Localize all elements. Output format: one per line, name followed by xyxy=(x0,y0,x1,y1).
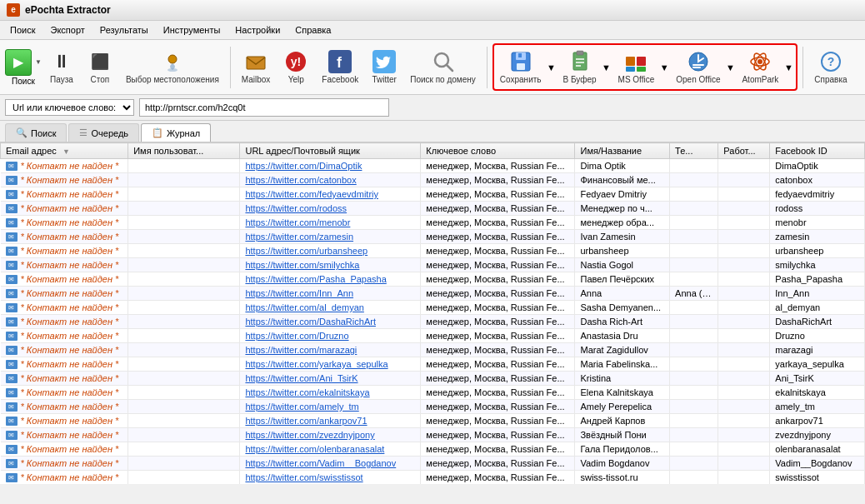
cell-url[interactable]: https://twitter.com/swisstissot xyxy=(240,471,421,485)
cell-url[interactable]: https://twitter.com/urbansheep xyxy=(240,244,421,258)
col-header-url[interactable]: URL адрес/Почтовый ящик xyxy=(240,143,421,159)
openoffice-button[interactable]: Open Office xyxy=(672,47,724,87)
cell-url[interactable]: https://twitter.com/menobr xyxy=(240,216,421,230)
help-button[interactable]: ? Справка xyxy=(808,47,852,87)
cell-url[interactable]: https://twitter.com/yarkaya_sepulka xyxy=(240,357,421,372)
url-link[interactable]: https://twitter.com/DimaOptik xyxy=(245,161,362,171)
msoffice-dropdown-arrow[interactable]: ▼ xyxy=(658,52,670,83)
url-link[interactable]: https://twitter.com/ekalnitskaya xyxy=(245,387,369,397)
col-header-fbid[interactable]: Facebook ID xyxy=(770,143,865,159)
url-link[interactable]: https://twitter.com/menobr xyxy=(245,217,350,227)
cell-url[interactable]: https://twitter.com/catonbox xyxy=(240,173,421,187)
cell-email: ✉* Контакт не найден * xyxy=(1,187,128,202)
save-dropdown-arrow[interactable]: ▼ xyxy=(546,52,558,83)
url-link[interactable]: https://twitter.com/zamesin xyxy=(245,232,353,242)
url-link[interactable]: https://twitter.com/Pasha_Papasha xyxy=(245,274,386,284)
menu-results[interactable]: Результаты xyxy=(93,22,155,37)
atompark-dropdown-arrow[interactable]: ▼ xyxy=(782,52,794,83)
stop-button[interactable]: ⬛ Стоп xyxy=(82,47,118,87)
menu-tools[interactable]: Инструменты xyxy=(157,22,228,37)
cell-url[interactable]: https://twitter.com/DimaOptik xyxy=(240,159,421,173)
cell-url[interactable]: https://twitter.com/zamesin xyxy=(240,230,421,244)
col-header-keyword[interactable]: Ключевое слово xyxy=(421,143,575,159)
url-link[interactable]: https://twitter.com/Ani_TsirK xyxy=(245,373,358,383)
play-dropdown-arrow[interactable]: ▼ xyxy=(35,58,42,66)
cell-name: Андрей Карпов xyxy=(575,414,670,428)
cell-tel xyxy=(670,187,718,202)
pause-button[interactable]: ⏸ Пауза xyxy=(43,47,80,87)
cell-url[interactable]: https://twitter.com/DashaRichArt xyxy=(240,315,421,329)
tab-queue[interactable]: ☰ Очередь xyxy=(68,123,139,142)
save-button[interactable]: Сохранить xyxy=(496,47,546,87)
yelp-button[interactable]: y! Yelp xyxy=(278,47,314,87)
url-link[interactable]: https://twitter.com/ankarpov71 xyxy=(245,416,367,426)
cell-keyword: менеджер, Москва, Russian Fe... xyxy=(421,173,575,187)
url-link[interactable]: https://twitter.com/catonbox xyxy=(245,175,356,185)
cell-keyword: менеджер, Москва, Russian Fe... xyxy=(421,372,575,386)
mailbox-button[interactable]: Mailbox xyxy=(236,47,276,87)
url-link[interactable]: https://twitter.com/Vadim__Bogdanov xyxy=(245,458,396,468)
cell-url[interactable]: https://twitter.com/Ani_TsirK xyxy=(240,372,421,386)
menu-search[interactable]: Поиск xyxy=(3,22,42,37)
cell-url[interactable]: https://twitter.com/olenbaranasalat xyxy=(240,442,421,457)
col-header-work[interactable]: Работ... xyxy=(718,143,770,159)
url-link[interactable]: https://twitter.com/smilychka xyxy=(245,260,359,270)
url-link[interactable]: https://twitter.com/swisstissot xyxy=(245,472,362,482)
url-link[interactable]: https://twitter.com/fedyaevdmitriy xyxy=(245,189,378,199)
cell-url[interactable]: https://twitter.com/rodoss xyxy=(240,202,421,216)
cell-url[interactable]: https://twitter.com/ekalnitskaya xyxy=(240,386,421,400)
url-link[interactable]: https://twitter.com/urbansheep xyxy=(245,246,368,256)
cell-url[interactable]: https://twitter.com/amely_tm xyxy=(240,400,421,414)
twitter-button[interactable]: Twitter xyxy=(366,47,402,87)
cell-url[interactable]: https://twitter.com/Druzno xyxy=(240,329,421,343)
col-header-tel[interactable]: Те... xyxy=(670,143,718,159)
location-button[interactable]: Выбор местоположения xyxy=(120,47,225,87)
search-input[interactable] xyxy=(139,98,389,117)
menu-help[interactable]: Справка xyxy=(288,22,338,37)
tab-search[interactable]: 🔍 Поиск xyxy=(5,123,67,142)
cell-tel: Anna (… xyxy=(670,287,718,301)
buffer-icon xyxy=(568,50,592,75)
cell-name: Anna xyxy=(575,287,670,301)
url-link[interactable]: https://twitter.com/Inn_Ann xyxy=(245,288,353,298)
buffer-dropdown-arrow[interactable]: ▼ xyxy=(601,52,612,83)
play-button[interactable]: ▶ xyxy=(5,49,32,76)
domain-search-button[interactable]: Поиск по домену xyxy=(404,47,482,87)
cell-url[interactable]: https://twitter.com/ankarpov71 xyxy=(240,414,421,428)
url-link[interactable]: https://twitter.com/Druzno xyxy=(245,331,348,341)
cell-url[interactable]: https://twitter.com/fedyaevdmitriy xyxy=(240,187,421,202)
cell-work xyxy=(718,386,770,400)
url-link[interactable]: https://twitter.com/rodoss xyxy=(245,203,347,213)
url-link[interactable]: https://twitter.com/zvezdnyjpony xyxy=(245,430,374,440)
url-link[interactable]: https://twitter.com/amely_tm xyxy=(245,402,358,412)
atompark-button[interactable]: AtomPark xyxy=(738,47,782,87)
url-link[interactable]: https://twitter.com/olenbaranasalat xyxy=(245,444,384,454)
cell-name: Dasha Rich-Art xyxy=(575,315,670,329)
cell-url[interactable]: https://twitter.com/smilychka xyxy=(240,258,421,272)
cell-keyword: менеджер, Москва, Russian Fe... xyxy=(421,442,575,457)
menu-export[interactable]: Экспорт xyxy=(43,22,91,37)
menu-bar: Поиск Экспорт Результаты Инструменты Нас… xyxy=(0,21,865,40)
tab-journal[interactable]: 📋 Журнал xyxy=(141,123,211,142)
url-link[interactable]: https://twitter.com/al_demyan xyxy=(245,302,363,312)
col-header-name[interactable]: Имя/Название xyxy=(575,143,670,159)
cell-url[interactable]: https://twitter.com/Pasha_Papasha xyxy=(240,272,421,287)
cell-url[interactable]: https://twitter.com/al_demyan xyxy=(240,301,421,315)
openoffice-dropdown-arrow[interactable]: ▼ xyxy=(724,52,736,83)
buffer-button[interactable]: В Буфер xyxy=(559,47,601,87)
cell-url[interactable]: https://twitter.com/marazagi xyxy=(240,343,421,357)
email-icon: ✉ xyxy=(6,289,18,298)
url-link[interactable]: https://twitter.com/marazagi xyxy=(245,345,357,355)
facebook-button[interactable]: f Facebook xyxy=(316,47,364,87)
cell-url[interactable]: https://twitter.com/zvezdnyjpony xyxy=(240,428,421,442)
cell-url[interactable]: https://twitter.com/Inn_Ann xyxy=(240,287,421,301)
msoffice-button[interactable]: MS Office xyxy=(614,47,659,87)
search-type-select[interactable]: Url или ключевое слово: xyxy=(5,99,134,116)
email-icon: ✉ xyxy=(6,247,18,256)
url-link[interactable]: https://twitter.com/yarkaya_sepulka xyxy=(245,359,388,369)
col-header-username[interactable]: Имя пользоват... xyxy=(128,143,240,159)
cell-url[interactable]: https://twitter.com/Vadim__Bogdanov xyxy=(240,457,421,471)
url-link[interactable]: https://twitter.com/DashaRichArt xyxy=(245,317,376,327)
menu-settings[interactable]: Настройки xyxy=(228,22,287,37)
col-header-email[interactable]: Email адрес ▼ xyxy=(1,143,128,159)
